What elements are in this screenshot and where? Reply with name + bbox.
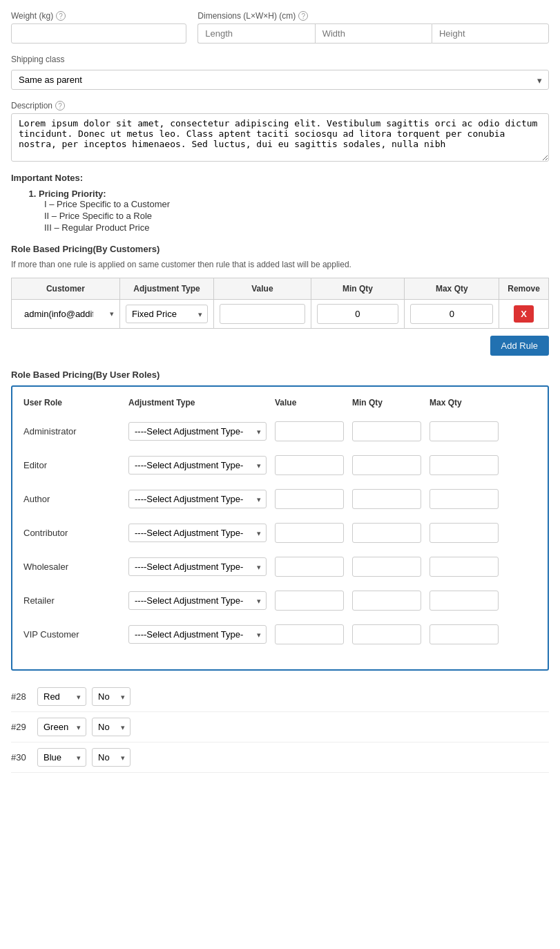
editor-value-input[interactable] [275, 455, 344, 475]
variant-row-30: #30 Red Green Blue No Yes [11, 742, 549, 773]
variant-row-29: #29 Red Green Blue No Yes [11, 712, 549, 742]
wholesaler-adjustment-select[interactable]: ----Select Adjustment Type- Fixed Price [128, 557, 267, 576]
add-rule-button[interactable]: Add Rule [490, 336, 549, 356]
administrator-value-input[interactable] [275, 421, 344, 441]
author-min-qty-input[interactable] [352, 489, 421, 509]
role-label-vip-customer: VIP Customer [23, 629, 120, 640]
col-value-role: Value [275, 398, 344, 408]
customer-value-input[interactable] [220, 304, 305, 324]
retailer-max-qty-input[interactable] [429, 591, 499, 611]
col-adjustment-type: Adjustment Type [119, 278, 213, 300]
col-max-qty: Max Qty [405, 278, 499, 300]
wholesaler-max-qty-input[interactable] [429, 557, 499, 577]
dimensions-help-icon[interactable]: ? [298, 11, 308, 21]
col-remove: Remove [499, 278, 549, 300]
customer-min-qty-input[interactable] [317, 304, 399, 324]
vip-customer-adjustment-select[interactable]: ----Select Adjustment Type- Fixed Price [128, 625, 267, 644]
role-row-administrator: Administrator ----Select Adjustment Type… [23, 421, 537, 441]
width-input[interactable] [315, 23, 432, 44]
col-customer: Customer [12, 278, 120, 300]
vip-customer-min-qty-input[interactable] [352, 624, 421, 644]
role-row-contributor: Contributor ----Select Adjustment Type- … [23, 523, 537, 543]
customer-max-qty-input[interactable] [410, 304, 493, 324]
pricing-priority-item: Pricing Priority: I – Price Specific to … [39, 189, 549, 233]
administrator-min-qty-input[interactable] [352, 421, 421, 441]
contributor-value-input[interactable] [275, 523, 344, 543]
remove-customer-rule-button[interactable]: X [514, 305, 534, 323]
customer-select[interactable]: admin(info@addifypro.com) [17, 305, 107, 323]
vip-customer-max-qty-input[interactable] [429, 624, 499, 644]
author-value-input[interactable] [275, 489, 344, 509]
role-label-retailer: Retailer [23, 595, 120, 606]
weight-help-icon[interactable]: ? [56, 11, 66, 21]
customer-pricing-table: Customer Adjustment Type Value Min Qty M… [11, 278, 549, 329]
customer-pricing-title: Role Based Pricing(By Customers) [11, 244, 549, 254]
author-max-qty-input[interactable] [429, 489, 499, 509]
administrator-adjustment-select[interactable]: ----Select Adjustment Type- Fixed Price … [128, 422, 267, 441]
customer-pricing-subtitle: If more than one rule is applied on same… [11, 260, 549, 269]
shipping-class-select[interactable]: Same as parent No shipping class [11, 70, 549, 90]
role-label-wholesaler: Wholesaler [23, 562, 120, 572]
role-row-editor: Editor ----Select Adjustment Type- Fixed… [23, 455, 537, 475]
contributor-adjustment-select[interactable]: ----Select Adjustment Type- Fixed Price [128, 524, 267, 542]
description-label: Description [11, 101, 52, 111]
user-roles-pricing-box: User Role Adjustment Type Value Min Qty … [11, 385, 549, 671]
vip-customer-value-input[interactable] [275, 624, 344, 644]
wholesaler-value-input[interactable] [275, 557, 344, 577]
contributor-max-qty-input[interactable] [429, 523, 499, 543]
weight-label: Weight (kg) [11, 11, 53, 21]
editor-min-qty-input[interactable] [352, 455, 421, 475]
shipping-label: Shipping class [11, 55, 64, 64]
variant-30-color-select[interactable]: Red Green Blue [37, 748, 86, 767]
priority-item-3: III – Regular Product Price [44, 222, 549, 233]
dimensions-label: Dimensions (L×W×H) (cm) [197, 11, 296, 21]
variant-row-28: #28 Red Green Blue No Yes [11, 682, 549, 712]
variant-29-stock-select[interactable]: No Yes [92, 718, 131, 736]
customer-rule-row: admin(info@addifypro.com) ▾ Fixed Price … [12, 300, 549, 329]
user-roles-header: User Role Adjustment Type Value Min Qty … [23, 398, 537, 413]
retailer-value-input[interactable] [275, 591, 344, 611]
author-adjustment-select[interactable]: ----Select Adjustment Type- Fixed Price [128, 490, 267, 508]
priority-item-1: I – Price Specific to a Customer [44, 199, 549, 209]
variant-29-color-select[interactable]: Red Green Blue [37, 718, 86, 736]
length-input[interactable] [197, 23, 314, 44]
height-input[interactable] [432, 23, 549, 44]
variant-29-num: #29 [11, 722, 32, 732]
variant-28-stock-select[interactable]: No Yes [92, 687, 131, 706]
retailer-adjustment-select[interactable]: ----Select Adjustment Type- Fixed Price [128, 591, 267, 610]
editor-adjustment-select[interactable]: ----Select Adjustment Type- Fixed Price [128, 456, 267, 474]
col-max-qty-role: Max Qty [429, 398, 499, 408]
col-adjustment-type-role: Adjustment Type [128, 398, 267, 408]
user-roles-pricing-title: Role Based Pricing(By User Roles) [11, 370, 549, 380]
role-row-wholesaler: Wholesaler ----Select Adjustment Type- F… [23, 557, 537, 577]
variant-28-color-select[interactable]: Red Green Blue [37, 687, 86, 706]
contributor-min-qty-input[interactable] [352, 523, 421, 543]
variant-30-num: #30 [11, 752, 32, 763]
important-notes-title: Important Notes: [11, 173, 549, 183]
col-min-qty: Min Qty [311, 278, 405, 300]
wholesaler-min-qty-input[interactable] [352, 557, 421, 577]
role-label-editor: Editor [23, 460, 120, 470]
description-help-icon[interactable]: ? [55, 101, 65, 111]
col-value: Value [214, 278, 311, 300]
editor-max-qty-input[interactable] [429, 455, 499, 475]
role-label-author: Author [23, 494, 120, 504]
role-label-contributor: Contributor [23, 528, 120, 538]
administrator-max-qty-input[interactable] [429, 421, 499, 441]
description-textarea[interactable]: Lorem ipsum dolor sit amet, consectetur … [11, 113, 549, 162]
role-label-administrator: Administrator [23, 426, 120, 437]
customer-adjustment-type-select[interactable]: Fixed Price Percentage Discount Percenta… [126, 305, 208, 323]
col-min-qty-role: Min Qty [352, 398, 421, 408]
role-row-vip-customer: VIP Customer ----Select Adjustment Type-… [23, 624, 537, 644]
weight-input[interactable] [11, 23, 186, 44]
variant-28-num: #28 [11, 691, 32, 702]
priority-item-2: II – Price Specific to a Role [44, 211, 549, 221]
col-user-role: User Role [23, 398, 120, 408]
role-row-author: Author ----Select Adjustment Type- Fixed… [23, 489, 537, 509]
retailer-min-qty-input[interactable] [352, 591, 421, 611]
role-row-retailer: Retailer ----Select Adjustment Type- Fix… [23, 591, 537, 611]
variant-30-stock-select[interactable]: No Yes [92, 748, 131, 767]
customer-select-arrow-icon: ▾ [110, 309, 114, 318]
